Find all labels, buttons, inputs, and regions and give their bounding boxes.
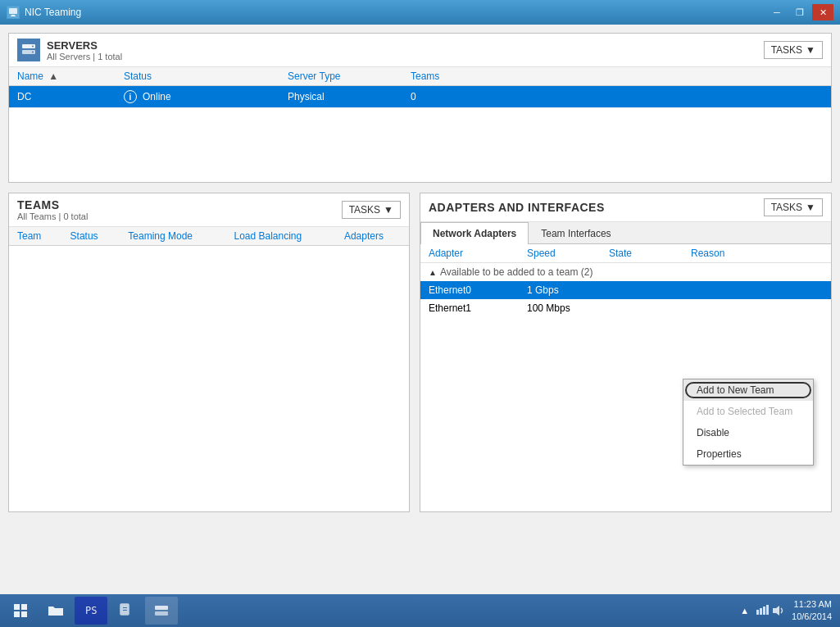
- clock-time: 11:23 AM: [792, 598, 832, 611]
- teams-tasks-button[interactable]: TASKS ▼: [342, 201, 401, 219]
- teams-col-adapters[interactable]: Adapters: [336, 227, 409, 246]
- adapters-panel-header: ADAPTERS AND INTERFACES TASKS ▼: [420, 193, 831, 222]
- taskbar: PS ▲ 11:23 AM: [0, 594, 840, 627]
- servers-table-body: DC i Online Physical 0: [9, 86, 831, 108]
- context-menu-item-add-to-selected-team: Add to Selected Team: [683, 401, 813, 422]
- adapter-row-ethernet1[interactable]: Ethernet1 100 Mbps: [420, 299, 831, 317]
- reason-col-header[interactable]: Reason: [683, 244, 733, 262]
- taskbar-powershell-button[interactable]: PS: [75, 597, 107, 625]
- properties-label: Properties: [697, 448, 742, 460]
- servers-col-servertype[interactable]: Server Type: [279, 67, 402, 86]
- teams-title: TEAMS: [17, 198, 88, 211]
- servers-title-text: SERVERS All Servers | 1 total: [47, 39, 122, 61]
- restore-button[interactable]: ❐: [789, 4, 810, 20]
- servers-subtitle: All Servers | 1 total: [47, 52, 122, 61]
- servers-panel: SERVERS All Servers | 1 total TASKS ▼ Na…: [8, 33, 832, 183]
- servers-col-name[interactable]: Name ▲: [9, 67, 116, 86]
- svg-text:PS: PS: [85, 605, 97, 616]
- svg-rect-17: [756, 610, 759, 615]
- teams-col-teaming-mode[interactable]: Teaming Mode: [120, 227, 225, 246]
- svg-marker-21: [773, 606, 779, 616]
- adapters-tabs-bar: Network Adapters Team Interfaces: [420, 222, 831, 244]
- adapters-title: ADAPTERS AND INTERFACES: [429, 201, 605, 214]
- teams-col-team[interactable]: Team: [9, 227, 62, 246]
- speaker-icon: [772, 605, 785, 616]
- tree-expand-arrow[interactable]: ▲: [429, 268, 437, 277]
- server-status-text: Online: [143, 91, 171, 102]
- tab-network-adapters[interactable]: Network Adapters: [420, 222, 529, 244]
- speed-col-header[interactable]: Speed: [519, 244, 601, 262]
- servers-col-teams[interactable]: Teams: [402, 67, 831, 86]
- close-button[interactable]: ✕: [812, 4, 833, 20]
- servers-tasks-label: TASKS: [771, 44, 802, 56]
- add-to-selected-team-label: Add to Selected Team: [697, 406, 792, 417]
- status-online-icon: i: [124, 90, 137, 103]
- teams-subtitle: All Teams | 0 total: [17, 211, 88, 221]
- context-menu: Add to New Team Add to Selected Team Dis…: [683, 379, 814, 466]
- adapters-sub-header: Adapter Speed State Reason: [420, 244, 831, 263]
- svg-point-5: [32, 46, 34, 48]
- table-row[interactable]: DC i Online Physical 0: [9, 86, 831, 108]
- taskbar-system-icons: [756, 605, 785, 616]
- adapter-speed-ethernet0: 1 Gbps: [527, 284, 609, 296]
- context-menu-item-properties[interactable]: Properties: [683, 443, 813, 465]
- teams-table-container: Team Status Teaming Mode Load Balancing …: [9, 227, 409, 511]
- servers-tasks-button[interactable]: TASKS ▼: [764, 41, 823, 59]
- teams-col-status[interactable]: Status: [62, 227, 120, 246]
- server-type-cell: Physical: [279, 86, 402, 108]
- svg-rect-19: [763, 607, 765, 615]
- sort-arrow-name: ▲: [48, 70, 58, 82]
- server-name-cell: DC: [9, 86, 116, 108]
- svg-rect-9: [14, 611, 20, 617]
- server-status-cell: i Online: [116, 86, 279, 108]
- servers-col-status[interactable]: Status: [116, 67, 279, 86]
- servers-table: Name ▲ Status Server Type Teams DC i On: [9, 67, 831, 108]
- servers-title-area: SERVERS All Servers | 1 total: [17, 39, 122, 61]
- taskbar-up-arrow: ▲: [740, 606, 749, 616]
- add-to-new-team-label: Add to New Team: [697, 384, 774, 396]
- taskbar-files-button[interactable]: [110, 597, 143, 625]
- adapter-row-ethernet0[interactable]: Ethernet0 1 Gbps: [420, 281, 831, 299]
- svg-rect-14: [123, 610, 127, 611]
- adapters-tasks-button[interactable]: TASKS ▼: [764, 198, 823, 216]
- svg-rect-8: [21, 604, 27, 610]
- tree-group-text: Available to be added to a team (2): [440, 266, 593, 278]
- svg-rect-7: [14, 604, 20, 610]
- window-title: NIC Teaming: [25, 7, 81, 18]
- teams-col-load-balancing[interactable]: Load Balancing: [225, 227, 335, 246]
- tree-group-label: ▲ Available to be added to a team (2): [420, 263, 831, 281]
- teams-tasks-arrow: ▼: [384, 204, 393, 216]
- window-controls: ─ ❐ ✕: [766, 4, 833, 20]
- taskbar-clock: 11:23 AM 10/6/2014: [792, 598, 832, 624]
- svg-rect-13: [123, 607, 127, 608]
- state-col-header[interactable]: State: [601, 244, 683, 262]
- title-bar-left: NIC Teaming: [7, 6, 81, 19]
- taskbar-nic-button[interactable]: [145, 597, 178, 625]
- adapter-name-ethernet0: Ethernet0: [429, 284, 527, 296]
- network-icon: [756, 605, 769, 616]
- teams-tasks-label: TASKS: [349, 204, 380, 216]
- svg-rect-16: [155, 611, 168, 616]
- svg-rect-12: [120, 604, 129, 615]
- taskbar-folder-button[interactable]: [39, 597, 72, 625]
- context-menu-item-disable[interactable]: Disable: [683, 422, 813, 443]
- adapter-col-header[interactable]: Adapter: [420, 244, 519, 262]
- minimize-button[interactable]: ─: [766, 4, 788, 20]
- adapter-speed-ethernet1: 100 Mbps: [527, 302, 609, 314]
- adapters-tasks-arrow: ▼: [806, 202, 815, 213]
- teams-table: Team Status Teaming Mode Load Balancing …: [9, 227, 409, 246]
- servers-title: SERVERS: [47, 39, 122, 52]
- servers-icon: [17, 39, 40, 61]
- taskbar-right: ▲ 11:23 AM 10/6/2014: [740, 598, 836, 624]
- teams-table-head: Team Status Teaming Mode Load Balancing …: [9, 227, 409, 246]
- servers-table-head: Name ▲ Status Server Type Teams: [9, 67, 831, 86]
- tab-team-interfaces[interactable]: Team Interfaces: [529, 222, 623, 244]
- tasks-dropdown-arrow: ▼: [806, 44, 815, 56]
- teams-panel: TEAMS All Teams | 0 total TASKS ▼ Team S…: [8, 193, 410, 512]
- title-bar: NIC Teaming ─ ❐ ✕: [0, 0, 840, 25]
- servers-table-container: Name ▲ Status Server Type Teams DC i On: [9, 67, 831, 182]
- context-menu-item-add-to-new-team[interactable]: Add to New Team: [683, 379, 813, 401]
- servers-panel-header: SERVERS All Servers | 1 total TASKS ▼: [9, 34, 831, 67]
- taskbar-start-button[interactable]: [4, 597, 37, 625]
- svg-rect-15: [155, 606, 168, 610]
